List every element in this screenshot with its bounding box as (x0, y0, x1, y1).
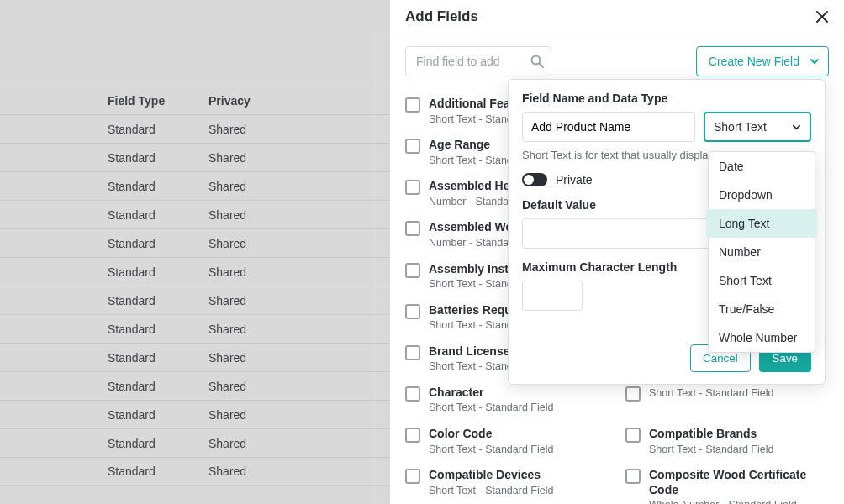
dropdown-option[interactable]: Short Text (709, 266, 815, 295)
field-option-name: Compatible Devices (429, 468, 553, 483)
dropdown-option[interactable]: Whole Number (709, 323, 815, 352)
create-new-field-button[interactable]: Create New Field (696, 46, 829, 76)
checkbox[interactable] (405, 221, 420, 236)
field-option[interactable]: CharacterShort Text - Standard Field (405, 386, 609, 415)
checkbox[interactable] (405, 469, 420, 484)
private-toggle[interactable] (522, 173, 547, 186)
private-label: Private (556, 173, 593, 186)
create-new-field-label: Create New Field (709, 55, 799, 68)
drawer-title: Add Fields (405, 8, 478, 25)
svg-line-1 (540, 64, 544, 68)
chevron-down-icon (792, 123, 801, 132)
checkbox[interactable] (405, 263, 420, 278)
close-icon[interactable] (815, 10, 829, 24)
search-icon (530, 54, 545, 69)
field-option[interactable]: Composite Wood Certificate CodeWhole Num… (625, 468, 829, 504)
checkbox[interactable] (405, 180, 420, 195)
field-option[interactable]: Short Text - Standard Field (625, 386, 829, 415)
popover-heading: Field Name and Data Type (522, 92, 811, 105)
field-option[interactable]: Color CodeShort Text - Standard Field (405, 427, 609, 456)
checkbox[interactable] (625, 386, 641, 402)
field-option-subtitle: Short Text - Standard Field (649, 387, 773, 401)
data-type-select-value: Short Text (714, 120, 767, 134)
field-option-name: Color Code (429, 427, 553, 442)
field-option-subtitle: Short Text - Standard Field (649, 444, 773, 457)
dropdown-option[interactable]: True/False (709, 295, 815, 323)
dropdown-option[interactable]: Date (709, 152, 815, 181)
dropdown-option[interactable]: Dropdown (709, 181, 815, 209)
field-option-name: Compatible Brands (649, 427, 773, 442)
drawer-left-edge (374, 32, 375, 504)
field-option-name: Composite Wood Certificate Code (649, 468, 829, 497)
checkbox[interactable] (405, 345, 420, 360)
field-name-input[interactable] (522, 112, 695, 142)
checkbox[interactable] (405, 139, 420, 154)
max-length-input[interactable] (522, 281, 583, 311)
field-option-subtitle: Whole Number - Standard Field (649, 499, 829, 504)
chevron-down-icon (810, 56, 820, 66)
field-option[interactable]: Compatible DevicesShort Text - Standard … (405, 468, 609, 504)
search-field-wrap (405, 46, 551, 76)
field-option[interactable]: Compatible BrandsShort Text - Standard F… (625, 427, 829, 456)
checkbox[interactable] (405, 304, 420, 319)
checkbox[interactable] (405, 97, 420, 113)
checkbox[interactable] (405, 428, 420, 443)
checkbox[interactable] (405, 386, 420, 402)
field-option-name: Character (429, 386, 553, 401)
data-type-dropdown[interactable]: DateDropdownLong TextNumberShort TextTru… (708, 151, 815, 353)
checkbox[interactable] (625, 428, 641, 443)
dropdown-option[interactable]: Number (709, 238, 815, 266)
checkbox[interactable] (625, 469, 641, 484)
field-option-subtitle: Short Text - Standard Field (429, 402, 553, 415)
field-option-subtitle: Short Text - Standard Field (429, 444, 553, 457)
field-option-subtitle: Short Text - Standard Field (429, 485, 553, 498)
data-type-select[interactable]: Short Text (704, 112, 811, 142)
dropdown-option[interactable]: Long Text (706, 209, 817, 238)
